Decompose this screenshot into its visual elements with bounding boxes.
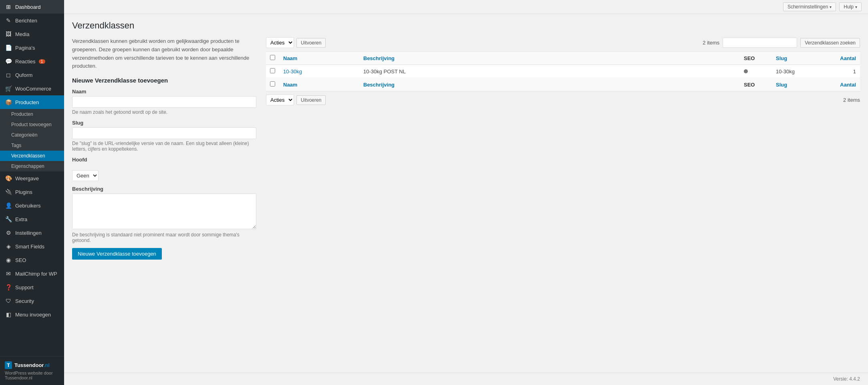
sidebar-item-mailchimp[interactable]: ✉ MailChimp for WP: [0, 267, 64, 280]
row-seo: [740, 65, 772, 78]
sidebar-item-producten[interactable]: 📦 Producten: [0, 95, 64, 109]
sidebar-item-label: Weergave: [15, 175, 39, 181]
actions-select-top[interactable]: Acties: [266, 37, 294, 48]
naam-link[interactable]: 10-30kg: [283, 69, 302, 75]
sidebar-item-label: Quform: [15, 72, 32, 78]
sidebar-item-label: Dashboard: [15, 4, 41, 10]
seo-dot: [744, 69, 748, 73]
scherminstellingen-button[interactable]: Scherminstellingen ▾: [783, 2, 836, 11]
dashboard-icon: ⊞: [5, 3, 12, 10]
sidebar: ⊞ Dashboard ✎ Berichten 🖼 Media 📄 Pagina…: [0, 0, 64, 385]
reacties-badge: 1: [39, 59, 45, 64]
sidebar-item-smart-fields[interactable]: ◈ Smart Fields: [0, 240, 64, 253]
sidebar-item-weergave[interactable]: 🎨 Weergave: [0, 171, 64, 185]
select-all-checkbox-top[interactable]: [270, 55, 275, 60]
uitvoeren-button-top[interactable]: Uitvoeren: [296, 38, 326, 48]
sidebar-item-producten-sub[interactable]: Producten: [0, 109, 64, 119]
uitvoeren-button-bottom[interactable]: Uitvoeren: [296, 95, 326, 105]
slug-input[interactable]: [72, 127, 256, 139]
sidebar-item-gebruikers[interactable]: 👤 Gebruikers: [0, 199, 64, 212]
sidebar-item-security[interactable]: 🛡 Security: [0, 294, 64, 308]
berichten-icon: ✎: [5, 17, 12, 24]
mailchimp-icon: ✉: [5, 270, 12, 277]
table-controls-bottom: Acties Uitvoeren 2 items: [266, 95, 860, 105]
submenu-label: Eigenschappen: [11, 163, 44, 169]
menu-invoegen-icon: ◧: [5, 311, 12, 318]
add-verzendklasse-button[interactable]: Nieuwe Verzendklasse toevoegen: [72, 248, 162, 260]
sidebar-item-menu-invoegen[interactable]: ◧ Menu invoegen: [0, 308, 64, 321]
sidebar-item-label: MailChimp for WP: [15, 271, 57, 277]
aantal-sort-link[interactable]: Aantal: [840, 55, 856, 61]
beschrijving-textarea[interactable]: [72, 194, 256, 229]
submenu-label: Verzendklassen: [11, 153, 45, 159]
brand-logo: T: [5, 361, 12, 369]
producten-icon: 📦: [5, 99, 12, 106]
table-row: 10-30kg 10-30kg POST NL 10-30kg 1: [266, 65, 860, 78]
select-all-checkbox-bottom[interactable]: [270, 81, 275, 87]
slug-label: Slug: [72, 120, 256, 126]
col-beschrijving-header: Beschrijving: [359, 52, 740, 65]
beschrijving-sort-link-footer[interactable]: Beschrijving: [363, 82, 395, 88]
naam-input[interactable]: [72, 96, 256, 108]
row-naam: 10-30kg: [279, 65, 359, 78]
sidebar-item-berichten[interactable]: ✎ Berichten: [0, 14, 64, 27]
sidebar-item-woocommerce[interactable]: 🛒 WooCommerce: [0, 82, 64, 95]
brand: T Tussendoor.nl: [5, 361, 59, 369]
hoofd-select[interactable]: Geen: [72, 170, 99, 181]
search-button[interactable]: Verzendklassen zoeken: [800, 38, 860, 48]
table-header-row: Naam Beschrijving SEO Slug A: [266, 52, 860, 65]
sidebar-item-support[interactable]: ❓ Support: [0, 280, 64, 294]
sidebar-item-extra[interactable]: 🔧 Extra: [0, 212, 64, 226]
sidebar-item-label: Plugins: [15, 189, 32, 195]
sidebar-item-label: Media: [15, 31, 29, 37]
sidebar-menu: ⊞ Dashboard ✎ Berichten 🖼 Media 📄 Pagina…: [0, 0, 64, 356]
sidebar-item-label: Berichten: [15, 18, 37, 24]
col-slug-footer: Slug: [772, 78, 836, 91]
aantal-sort-link-footer[interactable]: Aantal: [840, 82, 856, 88]
sidebar-item-tags[interactable]: Tags: [0, 140, 64, 151]
slug-sort-link[interactable]: Slug: [776, 55, 787, 61]
main-area: Scherminstellingen ▾ Hulp ▾ Verzendklass…: [64, 0, 868, 385]
col-seo-header: SEO: [740, 52, 772, 65]
table-controls-top: Acties Uitvoeren 2 items Verzendklassen …: [266, 37, 860, 48]
table-controls-bottom-left: Acties Uitvoeren: [266, 95, 326, 105]
sidebar-item-eigenschappen[interactable]: Eigenschappen: [0, 161, 64, 171]
naam-sort-link-footer[interactable]: Naam: [283, 82, 297, 88]
sidebar-item-product-toevoegen[interactable]: Product toevoegen: [0, 119, 64, 130]
sidebar-item-label: Producten: [15, 99, 39, 105]
row-checkbox[interactable]: [270, 68, 275, 73]
submenu-label: Product toevoegen: [11, 122, 52, 127]
sidebar-item-quform[interactable]: ◻ Quform: [0, 68, 64, 82]
media-icon: 🖼: [5, 30, 12, 38]
actions-select-bottom[interactable]: Acties: [266, 95, 294, 105]
search-input[interactable]: [723, 38, 797, 48]
naam-hint: De naam zoals het getoond wordt op de si…: [72, 109, 256, 115]
submenu-label: Tags: [11, 143, 21, 148]
right-col: Acties Uitvoeren 2 items Verzendklassen …: [266, 37, 860, 109]
col-check-header: [266, 52, 279, 65]
sidebar-item-seo[interactable]: ◉ SEO: [0, 253, 64, 267]
sidebar-item-verzendklassen[interactable]: Verzendklassen: [0, 151, 64, 161]
sidebar-item-paginas[interactable]: 📄 Pagina's: [0, 41, 64, 54]
row-aantal: 1: [836, 65, 860, 78]
beschrijving-sort-link[interactable]: Beschrijving: [363, 55, 395, 61]
support-icon: ❓: [5, 284, 12, 291]
extra-icon: 🔧: [5, 216, 12, 223]
naam-label: Naam: [72, 89, 256, 95]
table-controls-bottom-right: 2 items: [843, 97, 860, 103]
naam-group: Naam De naam zoals het getoond wordt op …: [72, 89, 256, 115]
hulp-button[interactable]: Hulp ▾: [839, 2, 862, 11]
sidebar-item-categorieen[interactable]: Categorieën: [0, 130, 64, 140]
sidebar-item-label: WooCommerce: [15, 86, 51, 92]
sidebar-item-plugins[interactable]: 🔌 Plugins: [0, 185, 64, 199]
naam-sort-link[interactable]: Naam: [283, 55, 297, 61]
sidebar-item-reacties[interactable]: 💬 Reacties 1: [0, 54, 64, 68]
slug-sort-link-footer[interactable]: Slug: [776, 82, 787, 88]
sidebar-item-instellingen[interactable]: ⚙ Instellingen: [0, 226, 64, 240]
submenu-label: Categorieën: [11, 132, 37, 138]
sidebar-item-dashboard[interactable]: ⊞ Dashboard: [0, 0, 64, 14]
sidebar-item-label: Pagina's: [15, 45, 35, 51]
sidebar-item-media[interactable]: 🖼 Media: [0, 27, 64, 41]
paginas-icon: 📄: [5, 44, 12, 51]
sidebar-item-label: Smart Fields: [15, 244, 44, 250]
